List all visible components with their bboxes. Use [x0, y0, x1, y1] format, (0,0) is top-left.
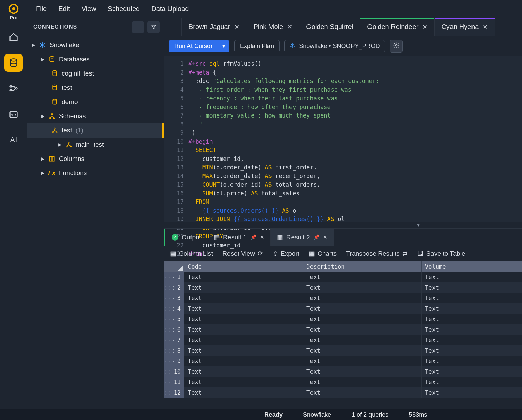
cell-code[interactable]: Text: [184, 293, 303, 303]
cell-volume[interactable]: Text: [422, 356, 522, 366]
connection-context-chip[interactable]: Snowflake • SNOOPY_PROD: [284, 40, 385, 52]
tab-golden-squirrel[interactable]: Golden Squirrel: [299, 18, 360, 36]
cell-code[interactable]: Text: [184, 314, 303, 324]
close-icon[interactable]: ✕: [483, 23, 488, 31]
tree-node-columns[interactable]: ▶ Columns: [27, 152, 164, 166]
row-number[interactable]: ⋮⋮⋮6: [164, 324, 184, 335]
row-number[interactable]: ⋮⋮⋮11: [164, 377, 184, 387]
cell-code[interactable]: Text: [184, 356, 303, 366]
table-row[interactable]: ⋮⋮⋮7TextTextText: [164, 335, 522, 345]
nav-home[interactable]: [4, 28, 23, 46]
cell-description[interactable]: Text: [303, 387, 422, 398]
cell-code[interactable]: Text: [184, 366, 303, 377]
table-row[interactable]: ⋮⋮⋮8TextTextText: [164, 345, 522, 356]
nav-database[interactable]: [4, 54, 23, 72]
cell-volume[interactable]: Text: [422, 366, 522, 377]
table-row[interactable]: ⋮⋮⋮3TextTextText: [164, 293, 522, 303]
tab-golden-reindeer[interactable]: Golden Reindeer ✕: [360, 18, 435, 36]
cell-volume[interactable]: Text: [422, 293, 522, 303]
nav-snippets[interactable]: [4, 105, 23, 123]
cell-description[interactable]: Text: [303, 314, 422, 324]
table-row[interactable]: ⋮⋮⋮11TextTextText: [164, 377, 522, 387]
close-icon[interactable]: ✕: [323, 234, 327, 240]
table-row[interactable]: ⋮⋮⋮2TextTextText: [164, 282, 522, 293]
results-tab-result2[interactable]: ▦ Result 2 📌 ✕: [271, 229, 334, 246]
row-number[interactable]: ⋮⋮⋮1: [164, 272, 184, 282]
tab-pink-mole[interactable]: Pink Mole ✕: [246, 18, 299, 36]
close-icon[interactable]: ✕: [422, 23, 427, 31]
save-to-table-button[interactable]: 🖫 Save to Table: [417, 250, 465, 257]
cell-description[interactable]: Text: [303, 272, 422, 282]
editor-settings-button[interactable]: [390, 40, 403, 53]
tab-cyan-hyena[interactable]: Cyan Hyena ✕: [435, 18, 495, 36]
add-connection-button[interactable]: [132, 21, 144, 33]
cell-code[interactable]: Text: [184, 324, 303, 335]
menu-file[interactable]: File: [36, 5, 47, 13]
results-tab-output[interactable]: ✓ Output: [164, 229, 207, 246]
close-icon[interactable]: ✕: [234, 23, 239, 31]
cell-code[interactable]: Text: [184, 303, 303, 314]
tree-node-db-item[interactable]: demo: [27, 95, 164, 109]
pin-icon[interactable]: 📌: [313, 234, 320, 240]
explain-plan-button[interactable]: Explain Plan: [234, 40, 280, 52]
results-grid[interactable]: Code Description Volume ⋮⋮⋮1TextTextText…: [164, 261, 522, 409]
nav-pipeline[interactable]: [4, 79, 23, 98]
table-row[interactable]: ⋮⋮⋮6TextTextText: [164, 324, 522, 335]
tree-node-schemas[interactable]: ▶ Schemas: [27, 109, 164, 123]
cell-volume[interactable]: Text: [422, 377, 522, 387]
tree-node-db-item[interactable]: test: [27, 81, 164, 95]
tree-node-snowflake[interactable]: ▶ Snowflake: [27, 38, 164, 52]
cell-volume[interactable]: Text: [422, 335, 522, 345]
reset-view-button[interactable]: Reset View ⟳: [222, 250, 263, 257]
close-icon[interactable]: ✕: [287, 23, 292, 31]
tree-node-functions[interactable]: ▶ Fx Functions: [27, 166, 164, 180]
cell-volume[interactable]: Text: [422, 314, 522, 324]
tree-node-schema-selected[interactable]: test (1): [27, 123, 164, 138]
new-tab-button[interactable]: [164, 18, 182, 36]
cell-volume[interactable]: Text: [422, 282, 522, 293]
row-number[interactable]: ⋮⋮⋮10: [164, 366, 184, 377]
tree-node-db-item[interactable]: coginiti test: [27, 66, 164, 81]
table-row[interactable]: ⋮⋮⋮12TextTextText: [164, 387, 522, 398]
row-number[interactable]: ⋮⋮⋮4: [164, 303, 184, 314]
table-row[interactable]: ⋮⋮⋮1TextTextText: [164, 272, 522, 282]
row-number[interactable]: ⋮⋮⋮12: [164, 387, 184, 398]
row-number[interactable]: ⋮⋮⋮5: [164, 314, 184, 324]
row-number[interactable]: ⋮⋮⋮3: [164, 293, 184, 303]
cell-code[interactable]: Text: [184, 335, 303, 345]
cell-description[interactable]: Text: [303, 303, 422, 314]
run-at-cursor-button[interactable]: Run At Cursor: [169, 40, 218, 52]
cell-description[interactable]: Text: [303, 282, 422, 293]
cell-description[interactable]: Text: [303, 356, 422, 366]
run-dropdown-button[interactable]: ▾: [218, 40, 229, 52]
cell-description[interactable]: Text: [303, 324, 422, 335]
panel-resize-handle[interactable]: ▼: [164, 222, 522, 228]
tree-node-databases[interactable]: ▶ Databases: [27, 52, 164, 66]
row-number[interactable]: ⋮⋮⋮7: [164, 335, 184, 345]
cell-volume[interactable]: Text: [422, 387, 522, 398]
menu-view[interactable]: View: [82, 5, 96, 13]
table-row[interactable]: ⋮⋮⋮9TextTextText: [164, 356, 522, 366]
code-editor[interactable]: 1 2 3 4 5 6 7 8 9 10 11 12 13 14 15 16 1…: [164, 56, 522, 222]
cell-description[interactable]: Text: [303, 377, 422, 387]
transpose-button[interactable]: Transpose Results ⇄: [346, 250, 408, 257]
tree-node-schema-item[interactable]: ▶ main_test: [27, 138, 164, 152]
row-number[interactable]: ⋮⋮⋮8: [164, 345, 184, 356]
cell-description[interactable]: Text: [303, 366, 422, 377]
menu-data-upload[interactable]: Data Upload: [151, 5, 189, 13]
cell-volume[interactable]: Text: [422, 303, 522, 314]
grid-corner[interactable]: [164, 261, 184, 272]
col-header-description[interactable]: Description: [303, 261, 422, 272]
table-row[interactable]: ⋮⋮⋮10TextTextText: [164, 366, 522, 377]
nav-ai[interactable]: Ai: [4, 131, 23, 149]
cell-volume[interactable]: Text: [422, 272, 522, 282]
cell-code[interactable]: Text: [184, 377, 303, 387]
charts-button[interactable]: ▦ Charts: [309, 250, 337, 257]
cell-volume[interactable]: Text: [422, 345, 522, 356]
column-list-button[interactable]: ▦ Column List: [170, 250, 213, 257]
tab-brown-jaguar[interactable]: Brown Jaguar ✕: [182, 18, 246, 36]
col-header-code[interactable]: Code: [184, 261, 303, 272]
cell-description[interactable]: Text: [303, 335, 422, 345]
table-row[interactable]: ⋮⋮⋮4TextTextText: [164, 303, 522, 314]
export-button[interactable]: ⇪ Export: [273, 250, 299, 257]
